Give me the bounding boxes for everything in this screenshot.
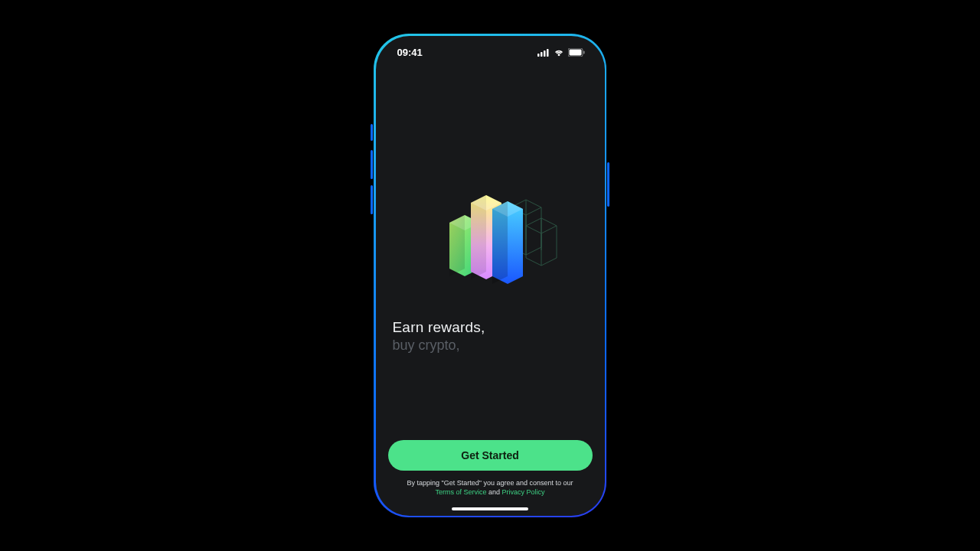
privacy-policy-link[interactable]: Privacy Policy: [502, 488, 545, 496]
side-button-power: [607, 162, 609, 207]
battery-icon: [568, 48, 585, 57]
legal-text: By tapping "Get Started" you agree and c…: [388, 478, 593, 497]
legal-prefix: By tapping "Get Started" you agree and c…: [407, 479, 573, 487]
side-button-vol-up: [371, 150, 373, 179]
svg-rect-1: [541, 52, 543, 57]
home-indicator[interactable]: [452, 507, 528, 510]
svg-rect-6: [583, 51, 585, 54]
status-time: 09:41: [397, 47, 423, 58]
wifi-icon: [554, 49, 564, 57]
screen: 09:41: [376, 36, 605, 516]
app-logo-3d-bars: [417, 178, 563, 301]
svg-rect-2: [544, 51, 546, 57]
side-button-vol-down: [371, 185, 373, 214]
svg-rect-0: [537, 54, 540, 57]
svg-rect-5: [569, 50, 581, 56]
get-started-button[interactable]: Get Started: [388, 440, 593, 471]
side-button-mute: [371, 124, 373, 141]
device-frame: 09:41: [374, 34, 606, 517]
status-bar: 09:41: [376, 36, 605, 70]
terms-of-service-link[interactable]: Terms of Service: [435, 488, 486, 496]
cellular-icon: [537, 49, 550, 57]
headline-line-2: buy crypto,: [393, 337, 485, 354]
svg-rect-3: [547, 49, 549, 57]
onboarding-content: Earn rewards, buy crypto, Get Started By…: [376, 70, 605, 516]
headline-line-1: Earn rewards,: [393, 319, 485, 336]
headline: Earn rewards, buy crypto,: [393, 319, 485, 354]
hero-area: Earn rewards, buy crypto,: [388, 70, 593, 441]
legal-joiner: and: [486, 488, 501, 496]
status-icons: [537, 48, 585, 57]
